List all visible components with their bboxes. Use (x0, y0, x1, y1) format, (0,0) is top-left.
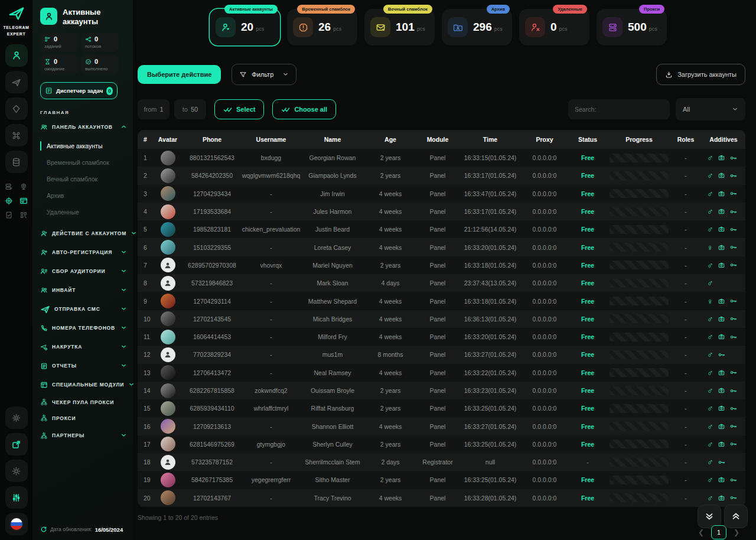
sidebar-item[interactable]: ПАРТНЕРЫ (32, 426, 133, 445)
stat-card[interactable]: Вечный спамблок101pcs (364, 9, 435, 45)
sidebar-item[interactable]: НОМЕРА ТЕЛЕФОНОВ (32, 318, 133, 337)
qr-grid-icon[interactable] (19, 211, 28, 219)
cell-phone: 12709213613 (183, 423, 242, 430)
refresh-icon (40, 526, 47, 533)
table-row[interactable]: 8573219846823-Mark Sloan4 daysPanel23:37… (138, 274, 745, 292)
sidebar-item[interactable]: СПЕЦИАЛЬНЫЕ МОДУЛИ (32, 375, 133, 394)
stat-card[interactable]: Временный спамблок26pcs (287, 9, 357, 45)
rail-button-brightness[interactable] (5, 460, 28, 482)
table-row[interactable]: 176281546975269gtymgbgjoSherlyn Culley2 … (138, 435, 745, 453)
task-dispatcher-button[interactable]: Диспетчер задач 0 (40, 82, 118, 99)
stat-card[interactable]: Прокси500pcs (597, 9, 667, 45)
cell-name: Sherlyn Culley (301, 441, 364, 448)
sidebar-item[interactable]: ИНВАЙТ (32, 281, 133, 300)
scroll-to-bottom-button[interactable] (698, 505, 721, 528)
cell-avatar (153, 437, 183, 451)
sidebar-subitem[interactable]: Удаленные (32, 204, 133, 220)
sidebar-item[interactable]: ОТПРАВКА СМС (32, 300, 133, 318)
current-page-button[interactable]: 1 (711, 525, 726, 539)
sidebar-subitem[interactable]: Архив (32, 187, 133, 204)
table-row[interactable]: 519852823181chicken_prevaluationJustin B… (138, 220, 745, 238)
cell-phone: 17193533684 (183, 208, 242, 215)
logo-text: TELEGRAMEXPERT (0, 25, 32, 37)
all-filter-select[interactable]: All (676, 98, 745, 121)
sidebar-item-label: НОМЕРА ТЕЛЕФОНОВ (52, 325, 115, 331)
table-row[interactable]: 1277023829234-mus1m8 monthsPanel16:33:27… (138, 346, 745, 363)
table-row[interactable]: 156285939434110whrlaffctmrylRiffat Ransb… (138, 399, 745, 417)
key-icon (729, 422, 738, 430)
cell-name: Jim Irwin (301, 190, 364, 197)
server-check-icon[interactable] (5, 183, 13, 191)
chevron-down-icon (120, 285, 127, 295)
gear-chip-icon[interactable] (5, 197, 13, 205)
filter-dropdown[interactable]: Фильтр (232, 64, 296, 85)
table-row[interactable]: 912704293114-Matthew Shepard4 weeksPanel… (138, 292, 745, 310)
code-window-icon[interactable] (19, 197, 28, 205)
cell-avatar (153, 401, 183, 416)
table-row[interactable]: 18801321562543bxduggGeorgian Rowan2 year… (138, 149, 745, 167)
cell-progress (608, 386, 670, 395)
table-row[interactable]: 1116064414453-Milford Fry4 weeksPanel16:… (138, 328, 745, 346)
sidebar-subitem[interactable]: Вечный спамблок (32, 171, 133, 187)
camera-person-icon[interactable] (19, 183, 28, 191)
table-row[interactable]: 1612709213613-Shannon Elliott4 weeksPane… (138, 417, 745, 435)
camera-icon (718, 262, 725, 269)
rail-button-database[interactable] (5, 151, 28, 173)
sidebar-item[interactable]: ОТЧЕТЫ (32, 356, 133, 375)
table-row[interactable]: 615103229355-Loreta Casey4 weeksPanel16:… (138, 238, 745, 256)
table-row[interactable]: 312704293434-Jim Irwin4 weeksPanel16:33:… (138, 185, 745, 203)
sidebar-item[interactable]: НАКРУТКА (32, 337, 133, 356)
table-row[interactable]: 762895702970308vhovrqxMariel Nguyen2 yea… (138, 256, 745, 274)
rail-button-settings[interactable] (5, 406, 28, 429)
sidebar-item[interactable]: АВТО-РЕГИСТРАЦИЯ (32, 243, 133, 262)
sidebar-item[interactable]: ДЕЙСТВИЕ С АККАУНТОМ (32, 224, 133, 243)
rail-button-command[interactable] (5, 124, 28, 147)
male-icon: ♂ (707, 225, 713, 233)
upload-accounts-button[interactable]: Загрузить аккаунты (656, 64, 745, 85)
rail-button-flag-ru[interactable] (5, 513, 28, 535)
sidebar-subitem[interactable]: Активные аккаунты (32, 138, 133, 154)
stat-value: 500 (628, 21, 647, 33)
stat-card[interactable]: Архив296pcs (442, 9, 512, 45)
rail-button-send[interactable] (5, 71, 28, 93)
choose-action-button[interactable]: Выберите действие (138, 65, 221, 84)
cell-progress (608, 350, 670, 359)
male-icon: ♂ (707, 422, 713, 431)
scroll-to-top-button[interactable] (724, 505, 748, 528)
table-row[interactable]: 2584264202350wqglgvmwm6218qhqGiampaolo L… (138, 167, 745, 184)
range-to-input[interactable]: to50 (174, 99, 206, 119)
table-row[interactable]: 19584267175385yegegrerrgferrSitho Master… (138, 471, 745, 489)
rail-button-user[interactable] (5, 44, 28, 67)
sidebar-item[interactable]: ЧЕКЕР ПУЛА ПРОКСИ (32, 394, 133, 410)
cell-name: Milford Fry (301, 333, 364, 340)
doc-check-icon[interactable] (5, 211, 13, 219)
table-row[interactable]: 2012702143767-Tracy Trevino4 weeksPanel1… (138, 489, 745, 507)
rail-button-sliders[interactable] (5, 486, 28, 509)
sidebar-subitem[interactable]: Временный спамблок (32, 154, 133, 171)
rail-button-external-link[interactable] (5, 433, 28, 456)
choose-all-button[interactable]: Choose all (272, 99, 336, 119)
range-from-input[interactable]: from1 (138, 99, 170, 119)
table-row[interactable]: 1312706413472-Neal Ramsey4 weeksPanel16:… (138, 364, 745, 382)
cell-proxy: 0.0.0.0:0 (522, 262, 568, 269)
table-row[interactable]: 146282267815858zokwndfcq2Ouissam Broyle2… (138, 382, 745, 399)
sidebar-item[interactable]: ПАНЕЛЬ АККАУНТОВ (32, 118, 133, 136)
stat-card[interactable]: Удаленные0pcs (519, 9, 589, 45)
search-input[interactable] (575, 106, 663, 113)
progress-bar (610, 350, 669, 359)
stat-card[interactable]: Активные аккаунты20pcs (210, 9, 280, 45)
table-row[interactable]: 417193533684-Jules Harmon4 weeksPanel16:… (138, 203, 745, 220)
table-row[interactable]: 1012702143545-Micah Bridges4 weeksPanel1… (138, 310, 745, 328)
progress-bar (610, 314, 669, 323)
rail-button-diamond[interactable] (5, 97, 28, 120)
prev-page-arrow[interactable]: ❮ (698, 528, 704, 536)
sidebar-item[interactable]: СБОР АУДИТОРИИ (32, 262, 133, 281)
cell-roles: - (670, 262, 701, 269)
next-page-arrow[interactable]: ❯ (734, 528, 739, 536)
sidebar-item[interactable]: ПРОКСИ (32, 410, 133, 426)
table-row[interactable]: 18573235787152-Sherrilmcclain Stem2 days… (138, 453, 745, 471)
cell-module: Panel (416, 190, 459, 197)
select-button[interactable]: Select (214, 99, 264, 119)
cell-age: 4 weeks (364, 226, 416, 233)
cell-time: 16:33:23(01.05.24) (459, 387, 522, 394)
